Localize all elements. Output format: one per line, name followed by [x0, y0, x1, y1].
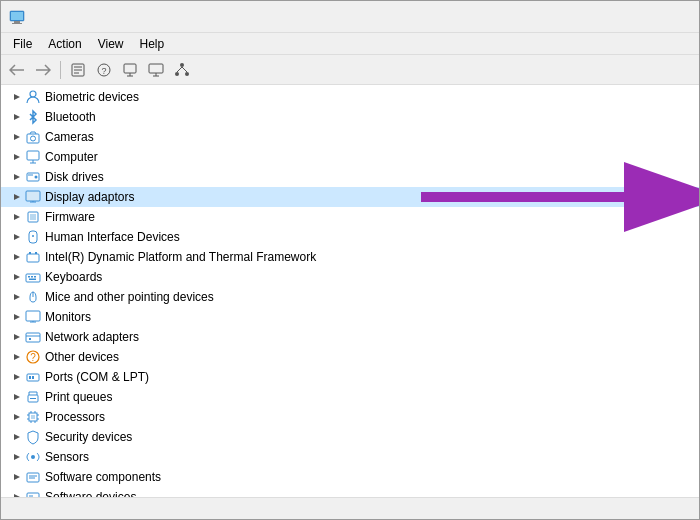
tree-item-softdev[interactable]: Software devices [1, 487, 699, 497]
tree-item-softcomp[interactable]: Software components [1, 467, 699, 487]
expand-icon-softdev[interactable] [9, 489, 25, 497]
content-area: Biometric devicesBluetoothCamerasCompute… [1, 85, 699, 497]
device-label-print: Print queues [45, 390, 112, 404]
device-icon-keyboards [25, 269, 41, 285]
close-button[interactable] [663, 6, 691, 28]
expand-icon-hid[interactable] [9, 229, 25, 245]
expand-icon-softcomp[interactable] [9, 469, 25, 485]
device-manager-window: File Action View Help ? [0, 0, 700, 520]
tree-item-ports[interactable]: Ports (COM & LPT) [1, 367, 699, 387]
tree-item-firmware[interactable]: Firmware [1, 207, 699, 227]
device-icon-cameras [25, 129, 41, 145]
back-button[interactable] [5, 58, 29, 82]
expand-icon-monitors[interactable] [9, 309, 25, 325]
device-label-hid: Human Interface Devices [45, 230, 180, 244]
tree-item-other[interactable]: ?Other devices [1, 347, 699, 367]
tree-item-sensors[interactable]: Sensors [1, 447, 699, 467]
window-controls [603, 6, 691, 28]
tree-item-disk[interactable]: Disk drives [1, 167, 699, 187]
svg-rect-23 [27, 134, 39, 143]
svg-rect-41 [29, 252, 31, 254]
svg-text:?: ? [101, 66, 106, 76]
update-driver-button[interactable]: ? [92, 58, 116, 82]
minimize-button[interactable] [603, 6, 631, 28]
expand-icon-disk[interactable] [9, 169, 25, 185]
tree-item-hid[interactable]: Human Interface Devices [1, 227, 699, 247]
expand-icon-keyboards[interactable] [9, 269, 25, 285]
menu-help[interactable]: Help [132, 34, 173, 54]
expand-icon-biometric[interactable] [9, 89, 25, 105]
device-label-ports: Ports (COM & LPT) [45, 370, 149, 384]
device-icon-security [25, 429, 41, 445]
tree-item-computer[interactable]: Computer [1, 147, 699, 167]
svg-rect-26 [27, 151, 39, 160]
menu-file[interactable]: File [5, 34, 40, 54]
device-label-mice: Mice and other pointing devices [45, 290, 214, 304]
svg-marker-51 [14, 314, 20, 320]
device-icon-intel [25, 249, 41, 265]
tree-item-keyboards[interactable]: Keyboards [1, 267, 699, 287]
device-icon-mice [25, 289, 41, 305]
scan-button[interactable] [118, 58, 142, 82]
device-icon-disk [25, 169, 41, 185]
svg-rect-44 [26, 274, 40, 282]
svg-marker-33 [14, 214, 20, 220]
device-tree[interactable]: Biometric devicesBluetoothCamerasCompute… [1, 85, 699, 497]
svg-marker-79 [14, 454, 20, 460]
properties-button[interactable] [66, 58, 90, 82]
status-bar [1, 497, 699, 519]
display-devices-button[interactable] [144, 58, 168, 82]
svg-marker-67 [14, 414, 20, 420]
expand-icon-firmware[interactable] [9, 209, 25, 225]
expand-icon-computer[interactable] [9, 149, 25, 165]
tree-item-network[interactable]: Network adapters [1, 327, 699, 347]
svg-marker-81 [14, 474, 20, 480]
devices-by-connection-button[interactable] [170, 58, 194, 82]
expand-icon-display[interactable] [9, 189, 25, 205]
tree-item-mice[interactable]: Mice and other pointing devices [1, 287, 699, 307]
device-icon-network [25, 329, 41, 345]
expand-icon-ports[interactable] [9, 369, 25, 385]
expand-icon-sensors[interactable] [9, 449, 25, 465]
menu-bar: File Action View Help [1, 33, 699, 55]
svg-marker-27 [14, 174, 20, 180]
expand-icon-mice[interactable] [9, 289, 25, 305]
expand-icon-processors[interactable] [9, 409, 25, 425]
svg-marker-49 [14, 294, 20, 300]
svg-marker-60 [14, 374, 20, 380]
expand-icon-intel[interactable] [9, 249, 25, 265]
tree-item-monitors[interactable]: Monitors [1, 307, 699, 327]
tree-item-bluetooth[interactable]: Bluetooth [1, 107, 699, 127]
device-label-keyboards: Keyboards [45, 270, 102, 284]
svg-marker-53 [14, 334, 20, 340]
svg-marker-25 [14, 154, 20, 160]
svg-line-18 [182, 67, 187, 72]
expand-icon-security[interactable] [9, 429, 25, 445]
expand-icon-network[interactable] [9, 329, 25, 345]
expand-icon-cameras[interactable] [9, 129, 25, 145]
tree-item-cameras[interactable]: Cameras [1, 127, 699, 147]
svg-marker-21 [14, 114, 20, 120]
expand-icon-other[interactable] [9, 349, 25, 365]
maximize-button[interactable] [633, 6, 661, 28]
svg-point-20 [30, 91, 36, 97]
forward-button[interactable] [31, 58, 55, 82]
device-label-softdev: Software devices [45, 490, 136, 497]
tree-item-display[interactable]: Display adaptors [1, 187, 699, 207]
tree-item-print[interactable]: Print queues [1, 387, 699, 407]
tree-item-security[interactable]: Security devices [1, 427, 699, 447]
tree-item-processors[interactable]: Processors [1, 407, 699, 427]
svg-rect-30 [28, 175, 33, 176]
expand-icon-bluetooth[interactable] [9, 109, 25, 125]
tree-item-biometric[interactable]: Biometric devices [1, 87, 699, 107]
title-bar [1, 1, 699, 33]
tree-item-intel[interactable]: Intel(R) Dynamic Platform and Thermal Fr… [1, 247, 699, 267]
menu-action[interactable]: Action [40, 34, 89, 54]
device-icon-print [25, 389, 41, 405]
svg-marker-78 [14, 434, 20, 440]
device-label-display: Display adaptors [45, 190, 134, 204]
svg-point-24 [31, 136, 36, 141]
svg-marker-85 [14, 494, 20, 497]
menu-view[interactable]: View [90, 34, 132, 54]
expand-icon-print[interactable] [9, 389, 25, 405]
